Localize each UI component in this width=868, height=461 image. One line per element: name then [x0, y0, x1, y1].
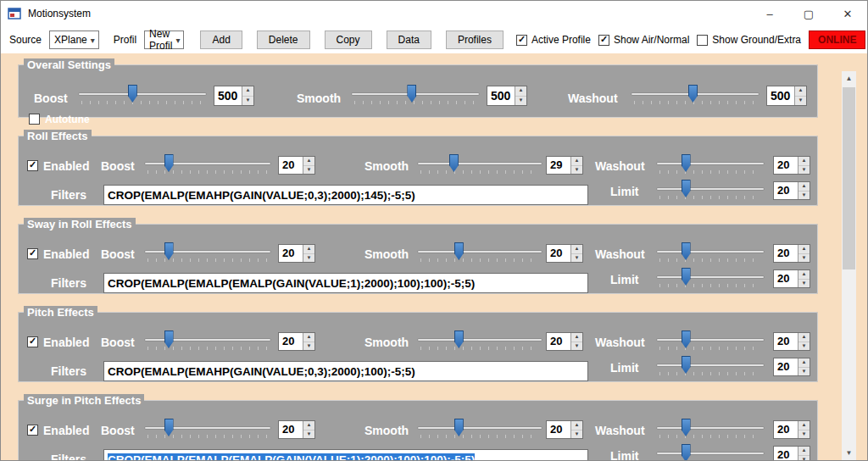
active-profile-checkbox[interactable]: Active Profile	[516, 34, 591, 46]
filters-input[interactable]: CROP(EMALP(EMAHP(GAIN(VALUE;0,3);2000);1…	[103, 185, 588, 205]
slider-thumb[interactable]	[682, 419, 691, 436]
boost-slider[interactable]	[144, 419, 271, 442]
spin-up-button[interactable]	[798, 245, 810, 254]
boost-slider[interactable]	[144, 242, 271, 266]
limit-slider[interactable]	[656, 444, 765, 460]
slider-thumb[interactable]	[682, 242, 691, 260]
spin-up-button[interactable]	[798, 270, 810, 280]
spin-down-button[interactable]	[798, 430, 810, 439]
spin-down-button[interactable]	[798, 166, 810, 175]
washout-numeric[interactable]: 20	[773, 156, 810, 175]
enabled-checkbox[interactable]	[27, 160, 38, 171]
spin-down-button[interactable]	[571, 254, 582, 263]
limit-numeric[interactable]: 20	[773, 269, 810, 288]
washout-numeric[interactable]: 500	[766, 86, 807, 106]
slider-thumb[interactable]	[682, 154, 691, 172]
profil-dropdown[interactable]: New Profil	[144, 31, 184, 49]
smooth-slider[interactable]	[351, 85, 480, 108]
filters-input[interactable]: CROP(EMALP(EMALP(EMALP(GAIN(VALUE;1);200…	[103, 273, 588, 293]
spin-down-button[interactable]	[798, 192, 810, 200]
filters-input[interactable]: CROP(EMALP(EMAHP(GAIN(VALUE;0,3);2000);1…	[103, 361, 588, 381]
slider-thumb[interactable]	[164, 154, 174, 172]
enabled-checkbox[interactable]	[27, 425, 38, 436]
washout-numeric[interactable]: 20	[773, 420, 810, 439]
slider-thumb[interactable]	[682, 180, 691, 197]
spin-down-button[interactable]	[798, 342, 810, 351]
spin-up-button[interactable]	[798, 421, 810, 430]
spin-up-button[interactable]	[798, 447, 810, 456]
spin-up-button[interactable]	[571, 421, 582, 430]
boost-numeric[interactable]: 20	[278, 332, 315, 351]
profiles-button[interactable]: Profiles	[446, 31, 504, 49]
spin-up-button[interactable]	[798, 182, 810, 192]
washout-slider[interactable]	[656, 330, 765, 354]
spin-up-button[interactable]	[571, 245, 582, 254]
smooth-numeric[interactable]: 500	[487, 86, 527, 106]
slider-thumb[interactable]	[449, 154, 459, 172]
smooth-numeric[interactable]: 20	[546, 332, 583, 351]
slider-thumb[interactable]	[454, 242, 464, 260]
smooth-slider[interactable]	[417, 242, 542, 266]
limit-slider[interactable]	[656, 356, 765, 380]
smooth-numeric[interactable]: 20	[546, 244, 583, 263]
slider-thumb[interactable]	[164, 242, 174, 260]
washout-slider[interactable]	[656, 154, 765, 178]
spin-down-button[interactable]	[798, 456, 810, 461]
spin-up-button[interactable]	[798, 333, 810, 342]
boost-numeric[interactable]: 20	[278, 156, 315, 175]
spin-up-button[interactable]	[571, 157, 582, 166]
filters-input[interactable]: CROP(EMALP(EMALP(EMALP(GAIN(VALUE;1);200…	[103, 449, 588, 460]
autotune-checkbox[interactable]	[29, 114, 40, 125]
slider-thumb[interactable]	[164, 330, 174, 348]
slider-thumb[interactable]	[164, 419, 174, 436]
slider-thumb[interactable]	[454, 330, 464, 348]
spin-up-button[interactable]	[571, 333, 582, 342]
spin-up-button[interactable]	[303, 157, 314, 166]
spin-down-button[interactable]	[798, 368, 810, 376]
add-button[interactable]: Add	[200, 31, 242, 49]
slider-thumb[interactable]	[128, 85, 137, 103]
washout-slider[interactable]	[656, 419, 765, 442]
spin-down-button[interactable]	[303, 430, 314, 439]
spin-up-button[interactable]	[303, 333, 314, 342]
spin-down-button[interactable]	[798, 254, 810, 263]
slider-thumb[interactable]	[682, 356, 691, 374]
limit-numeric[interactable]: 20	[773, 446, 810, 460]
spin-up-button[interactable]	[515, 86, 526, 97]
show-ground-checkbox[interactable]: Show Ground/Extra	[697, 34, 801, 46]
smooth-numeric[interactable]: 20	[546, 420, 583, 439]
smooth-numeric[interactable]: 29	[546, 156, 583, 175]
slider-thumb[interactable]	[454, 419, 464, 436]
smooth-slider[interactable]	[417, 154, 542, 178]
scroll-down-arrow-icon[interactable]	[842, 446, 856, 460]
spin-down-button[interactable]	[303, 254, 314, 263]
washout-numeric[interactable]: 20	[773, 244, 810, 263]
data-button[interactable]: Data	[387, 31, 431, 49]
limit-numeric[interactable]: 20	[773, 358, 810, 376]
spin-up-button[interactable]	[798, 157, 810, 166]
boost-slider[interactable]	[78, 85, 207, 108]
washout-slider[interactable]	[656, 242, 765, 266]
minimize-button[interactable]: –	[750, 1, 789, 26]
spin-down-button[interactable]	[571, 342, 582, 351]
limit-slider[interactable]	[656, 268, 765, 292]
delete-button[interactable]: Delete	[257, 31, 310, 49]
slider-thumb[interactable]	[682, 268, 691, 286]
boost-slider[interactable]	[144, 154, 271, 178]
boost-numeric[interactable]: 20	[278, 244, 315, 263]
source-dropdown[interactable]: XPlane	[49, 31, 99, 49]
slider-thumb[interactable]	[682, 330, 691, 348]
washout-numeric[interactable]: 20	[773, 332, 810, 351]
smooth-slider[interactable]	[417, 419, 542, 442]
limit-slider[interactable]	[656, 180, 765, 203]
spin-down-button[interactable]	[798, 280, 810, 288]
enabled-checkbox[interactable]	[27, 336, 38, 347]
boost-numeric[interactable]: 500	[214, 86, 254, 106]
boost-numeric[interactable]: 20	[278, 420, 315, 439]
copy-button[interactable]: Copy	[325, 31, 372, 49]
spin-up-button[interactable]	[795, 86, 806, 97]
slider-thumb[interactable]	[688, 85, 698, 103]
washout-slider[interactable]	[631, 85, 760, 108]
spin-up-button[interactable]	[242, 86, 253, 97]
spin-up-button[interactable]	[303, 245, 314, 254]
